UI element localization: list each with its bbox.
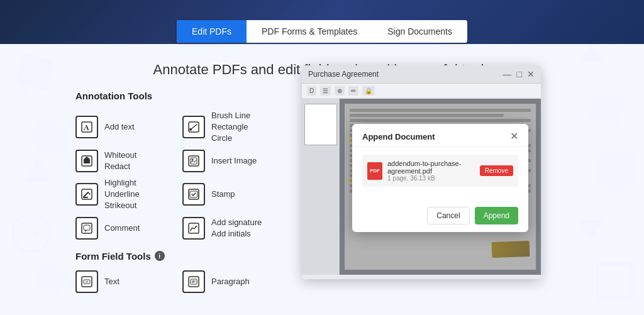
paragraph-field-label: Paragraph	[211, 276, 250, 287]
tool-brush-line[interactable]: Brush Line Rectangle Circle	[182, 110, 277, 145]
tab-pdf-forms[interactable]: PDF Forms & Templates	[247, 20, 372, 43]
tool-signature[interactable]: Add signature Add initials	[182, 217, 277, 240]
svg-marker-21	[84, 157, 90, 159]
pdf-toolbar-btn-3[interactable]: ⊕	[335, 86, 345, 96]
svg-point-18	[189, 128, 192, 131]
annotation-tools-heading: Annotation Tools	[75, 91, 277, 101]
comment-icon	[75, 217, 98, 240]
whiteout-icon	[75, 150, 98, 172]
svg-rect-39	[191, 279, 197, 284]
add-text-icon: A	[75, 116, 98, 138]
tool-text-field[interactable]: Text	[75, 270, 170, 293]
insert-image-label: Insert Image	[211, 155, 257, 167]
dialog-close-button[interactable]: ✕	[510, 131, 518, 141]
file-item: PDF addendum-to-purchase-agreement.pdf 1…	[362, 155, 518, 187]
text-field-icon	[75, 270, 98, 293]
svg-point-24	[192, 158, 194, 160]
text-field-label: Text	[104, 276, 119, 287]
tab-edit-pdfs[interactable]: Edit PDFs	[177, 20, 247, 43]
dialog-title: Append Document	[362, 132, 435, 141]
svg-rect-38	[189, 277, 199, 287]
pdf-minimize-icon[interactable]: —	[503, 69, 512, 79]
pdf-sidebar	[302, 99, 340, 275]
tool-paragraph-field[interactable]: Paragraph	[182, 270, 277, 293]
remove-file-button[interactable]: Remove	[480, 165, 513, 176]
stamp-icon	[182, 183, 205, 206]
pdf-window-controls: — □ ✕	[503, 69, 535, 79]
svg-rect-32	[84, 225, 90, 230]
tools-column: Annotation Tools A Add text Brush Line R…	[75, 91, 277, 304]
pdf-toolbar-btn-5[interactable]: 🔒	[362, 86, 375, 96]
signature-label: Add signature Add initials	[211, 217, 262, 240]
comment-label: Comment	[104, 223, 140, 234]
tool-whiteout[interactable]: Whiteout Redact	[75, 150, 170, 172]
paragraph-field-icon	[182, 270, 205, 293]
tool-stamp[interactable]: Stamp	[182, 177, 277, 212]
file-pdf-icon: PDF	[367, 162, 382, 180]
tool-add-text[interactable]: A Add text	[75, 110, 170, 145]
info-icon: i	[155, 251, 165, 261]
tool-comment[interactable]: Comment	[75, 217, 170, 240]
pdf-window-title: Purchase Agreement	[308, 70, 379, 79]
stamp-label: Stamp	[211, 189, 235, 200]
highlight-icon	[75, 183, 98, 206]
pdf-body: Append Document ✕ PDF addendum-to-purcha…	[302, 99, 541, 275]
pdf-preview-window: Purchase Agreement — □ ✕ D ☰ ⊕ ✏ 🔒	[302, 65, 541, 279]
brush-line-label: Brush Line Rectangle Circle	[211, 110, 250, 145]
highlight-label: Highlight Underline Strikeout	[104, 177, 140, 212]
file-meta: 1 page, 36.13 kB	[387, 175, 475, 182]
svg-text:A: A	[84, 123, 89, 132]
annotation-tools-grid: A Add text Brush Line Rectangle Circle	[75, 110, 277, 240]
pdf-toolbar-btn-1[interactable]: D	[307, 86, 316, 96]
svg-rect-20	[84, 159, 90, 163]
whiteout-label: Whiteout Redact	[104, 150, 136, 172]
main-content: A △ ✦ ◇ Annotate PDFs and edit fields us…	[0, 44, 644, 315]
add-text-label: Add text	[104, 121, 135, 133]
file-name: addendum-to-purchase-agreement.pdf	[387, 160, 475, 175]
pdf-thumbnail-1[interactable]	[304, 104, 337, 145]
insert-image-icon	[182, 150, 205, 172]
cancel-button[interactable]: Cancel	[427, 207, 469, 224]
tab-sign-documents[interactable]: Sign Documents	[372, 20, 467, 43]
dialog-footer: Cancel Append	[352, 202, 528, 232]
dialog-overlay: Append Document ✕ PDF addendum-to-purcha…	[340, 99, 541, 275]
file-info: addendum-to-purchase-agreement.pdf 1 pag…	[387, 160, 475, 182]
nav-tabs: Edit PDFs PDF Forms & Templates Sign Doc…	[177, 20, 467, 43]
tool-highlight[interactable]: Highlight Underline Strikeout	[75, 177, 170, 212]
signature-icon	[182, 217, 205, 240]
pdf-toolbar-btn-4[interactable]: ✏	[348, 86, 358, 96]
tool-insert-image[interactable]: Insert Image	[182, 150, 277, 172]
svg-rect-22	[189, 156, 199, 166]
form-field-tools-heading: Form Field Tools i	[75, 251, 277, 262]
dialog-header: Append Document ✕	[352, 124, 528, 147]
pdf-toolbar: D ☰ ⊕ ✏ 🔒	[302, 84, 541, 99]
dialog-body: PDF addendum-to-purchase-agreement.pdf 1…	[352, 147, 528, 202]
pdf-main-area: Append Document ✕ PDF addendum-to-purcha…	[340, 99, 541, 275]
pdf-maximize-icon[interactable]: □	[517, 69, 522, 79]
append-button[interactable]: Append	[475, 207, 518, 224]
pdf-toolbar-btn-2[interactable]: ☰	[320, 86, 331, 96]
form-field-tools-grid: Text Paragraph	[75, 270, 277, 293]
brush-line-icon	[182, 116, 205, 138]
svg-line-26	[84, 192, 88, 197]
preview-column: Purchase Agreement — □ ✕ D ☰ ⊕ ✏ 🔒	[302, 91, 569, 304]
svg-rect-28	[83, 197, 88, 198]
svg-line-27	[88, 192, 90, 194]
append-document-dialog: Append Document ✕ PDF addendum-to-purcha…	[352, 124, 528, 232]
svg-rect-31	[82, 223, 92, 233]
pdf-titlebar: Purchase Agreement — □ ✕	[302, 65, 541, 84]
pdf-close-icon[interactable]: ✕	[527, 69, 535, 79]
content-area: Annotation Tools A Add text Brush Line R…	[0, 91, 644, 304]
